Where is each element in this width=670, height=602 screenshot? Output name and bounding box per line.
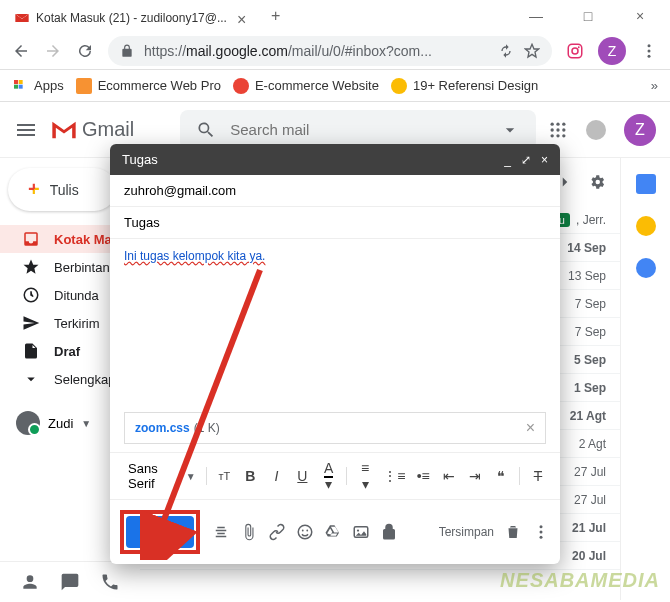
window-titlebar: Kotak Masuk (21) - zudiloony17@... × + —… xyxy=(0,0,670,32)
svg-point-10 xyxy=(551,122,554,125)
right-addons-rail xyxy=(620,158,670,600)
font-family-select[interactable]: Sans Serif xyxy=(124,459,176,493)
svg-point-14 xyxy=(556,128,559,131)
person-icon[interactable] xyxy=(20,572,40,592)
emoji-icon[interactable] xyxy=(296,523,314,541)
text-color-button[interactable]: A ▾ xyxy=(320,460,336,492)
svg-point-27 xyxy=(357,529,359,531)
compose-body[interactable]: Ini tugas kelompok kita ya. xyxy=(110,239,560,412)
svg-rect-7 xyxy=(19,80,23,84)
tab-close-icon[interactable]: × xyxy=(237,11,251,25)
nav-label: Ditunda xyxy=(54,288,99,303)
new-tab-button[interactable]: + xyxy=(271,7,280,25)
menu-icon[interactable] xyxy=(14,118,38,142)
tasks-addon-icon[interactable] xyxy=(636,258,656,278)
svg-point-11 xyxy=(556,122,559,125)
bookmark-1[interactable]: Ecommerce Web Pro xyxy=(76,78,221,94)
compose-title: Tugas xyxy=(122,152,158,167)
email-date: 2 Agt xyxy=(579,437,606,451)
phone-icon[interactable] xyxy=(100,572,120,592)
compose-close-icon[interactable]: × xyxy=(541,153,548,167)
gmail-logo[interactable]: Gmail xyxy=(50,118,134,141)
drive-icon[interactable] xyxy=(324,523,342,541)
window-maximize-button[interactable]: □ xyxy=(574,8,602,24)
compose-to-field[interactable]: zuhroh@gmail.com xyxy=(110,175,560,207)
compose-more-icon[interactable] xyxy=(532,523,550,541)
calendar-addon-icon[interactable] xyxy=(636,174,656,194)
apps-launcher-icon[interactable] xyxy=(548,120,568,140)
send-icon xyxy=(22,314,40,332)
sync-icon[interactable] xyxy=(498,43,514,59)
address-bar[interactable]: https://mail.google.com/mail/u/0/#inbox?… xyxy=(108,36,552,66)
clock-icon xyxy=(22,286,40,304)
compose-subject-field[interactable]: Tugas xyxy=(110,207,560,239)
svg-rect-8 xyxy=(14,84,18,88)
window-close-button[interactable]: × xyxy=(626,8,654,24)
search-input[interactable] xyxy=(230,121,486,138)
account-avatar[interactable]: Z xyxy=(624,114,656,146)
window-minimize-button[interactable]: — xyxy=(522,8,550,24)
svg-point-29 xyxy=(540,531,543,534)
notifications-icon[interactable] xyxy=(586,120,606,140)
reload-icon[interactable] xyxy=(76,42,94,60)
bookmark-3[interactable]: 19+ Referensi Design xyxy=(391,78,538,94)
bookmark-2[interactable]: E-commerce Website xyxy=(233,78,379,94)
font-dropdown-icon[interactable]: ▼ xyxy=(186,471,196,482)
bold-button[interactable]: B xyxy=(242,468,258,484)
indent-more-button[interactable]: ⇥ xyxy=(467,468,483,484)
underline-button[interactable]: U xyxy=(294,468,310,484)
browser-profile-avatar[interactable]: Z xyxy=(598,37,626,65)
watermark: NESABAMEDIA xyxy=(500,569,660,592)
compose-header[interactable]: Tugas _ ⤢ × xyxy=(110,144,560,175)
email-date: 7 Sep xyxy=(575,297,606,311)
bookmarks-bar: Apps Ecommerce Web Pro E-commerce Websit… xyxy=(0,70,670,102)
menu-dots-icon[interactable] xyxy=(640,42,658,60)
nav-label: Terkirim xyxy=(54,316,100,331)
svg-point-4 xyxy=(648,49,651,52)
font-size-icon[interactable]: тT xyxy=(216,470,232,482)
email-date: 27 Jul xyxy=(574,493,606,507)
bookmarks-overflow-icon[interactable]: » xyxy=(651,78,658,93)
link-icon[interactable] xyxy=(268,523,286,541)
attachment-remove-icon[interactable]: × xyxy=(526,419,535,437)
compose-attachment[interactable]: zoom.css (1 K) × xyxy=(124,412,546,444)
italic-button[interactable]: I xyxy=(268,468,284,484)
file-icon xyxy=(22,342,40,360)
clear-format-button[interactable]: T xyxy=(530,468,546,484)
apps-bookmark[interactable]: Apps xyxy=(12,78,64,94)
search-options-icon[interactable] xyxy=(500,120,520,140)
star-icon xyxy=(22,258,40,276)
quote-button[interactable]: ❝ xyxy=(493,468,509,484)
chevron-down-icon xyxy=(22,370,40,388)
bookmark-favicon-1 xyxy=(76,78,92,94)
settings-icon[interactable] xyxy=(588,173,606,191)
instagram-icon[interactable] xyxy=(566,42,584,60)
attachment-size: (1 K) xyxy=(194,421,220,435)
apps-grid-icon xyxy=(12,78,28,94)
compose-expand-icon[interactable]: ⤢ xyxy=(521,153,531,167)
compose-minimize-icon[interactable]: _ xyxy=(504,153,511,167)
svg-point-28 xyxy=(540,525,543,528)
attach-icon[interactable] xyxy=(240,523,258,541)
svg-point-17 xyxy=(556,134,559,137)
bullet-list-button[interactable]: •≡ xyxy=(415,468,431,484)
forward-icon[interactable] xyxy=(44,42,62,60)
back-icon[interactable] xyxy=(12,42,30,60)
chat-icon[interactable] xyxy=(60,572,80,592)
compose-button[interactable]: + Tulis xyxy=(8,168,116,211)
lock-icon xyxy=(120,44,134,58)
format-toggle-icon[interactable] xyxy=(212,523,230,541)
align-button[interactable]: ≡ ▾ xyxy=(357,460,373,492)
discard-icon[interactable] xyxy=(504,523,522,541)
numbered-list-button[interactable]: ⋮≡ xyxy=(383,468,405,484)
image-icon[interactable] xyxy=(352,523,370,541)
indent-less-button[interactable]: ⇤ xyxy=(441,468,457,484)
send-button[interactable]: Kirim xyxy=(126,516,194,548)
confidential-icon[interactable] xyxy=(380,523,398,541)
browser-tab[interactable]: Kotak Masuk (21) - zudiloony17@... × xyxy=(4,4,261,32)
compose-footer: Kirim Tersimpan xyxy=(110,500,560,564)
bookmark-3-label: 19+ Referensi Design xyxy=(413,78,538,93)
svg-point-23 xyxy=(298,525,312,539)
keep-addon-icon[interactable] xyxy=(636,216,656,236)
star-icon[interactable] xyxy=(524,43,540,59)
